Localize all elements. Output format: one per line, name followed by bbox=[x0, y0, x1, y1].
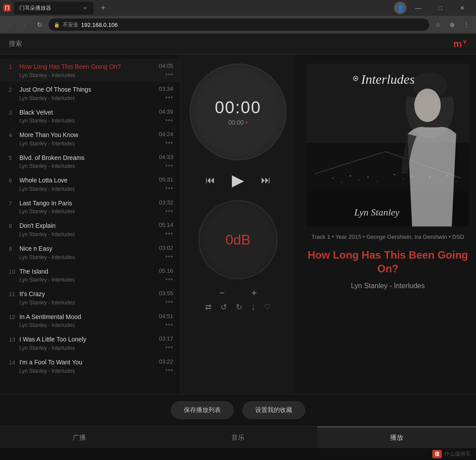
url-bar[interactable]: 🔒 不安全 192.168.0.106 bbox=[48, 19, 429, 31]
volume-controls: − + bbox=[219, 287, 257, 299]
track-duration: 04:39 bbox=[159, 108, 173, 115]
track-subtitle-text: Lyn Stanley - Interludes bbox=[19, 163, 155, 169]
bookmark-button[interactable]: ☆ bbox=[432, 19, 444, 31]
volume-up-button[interactable]: + bbox=[251, 287, 257, 299]
volume-down-button[interactable]: − bbox=[219, 287, 225, 299]
save-playlist-button[interactable]: 保存播放列表 bbox=[171, 401, 234, 419]
repeat-one-button[interactable]: ↺ bbox=[220, 302, 227, 312]
prev-button[interactable]: ⏮ bbox=[204, 173, 217, 188]
shuffle-button[interactable]: ⇄ bbox=[205, 302, 212, 312]
track-title-text: In A Sentimental Mood bbox=[19, 313, 155, 322]
track-duration: 03:22 bbox=[159, 358, 173, 365]
track-item[interactable]: 7 Last Tango In Paris Lyn Stanley - Inte… bbox=[0, 196, 180, 219]
app-container: 搜索 m∨ 1 How Long Has This Been Going On?… bbox=[0, 33, 476, 460]
tab-broadcast[interactable]: 广播 bbox=[0, 427, 159, 448]
track-item[interactable]: 14 I'm a Fool To Want You Lyn Stanley - … bbox=[0, 355, 180, 378]
track-item[interactable]: 2 Just One Of Those Things Lyn Stanley -… bbox=[0, 82, 180, 105]
footer-nav: 广播 音乐 播放 bbox=[0, 426, 476, 448]
track-number: 13 bbox=[9, 335, 19, 343]
track-right: 03:34 ••• bbox=[159, 85, 173, 101]
track-info: Nice n Easy Lyn Stanley - Interludes bbox=[19, 245, 155, 260]
close-button[interactable]: ✕ bbox=[452, 0, 472, 16]
browser-title-bar: 门 门耳朵播放器 ✕ + 👤 — □ ✕ bbox=[0, 0, 476, 16]
track-info: It's Crazy Lyn Stanley - Interludes bbox=[19, 290, 155, 306]
forward-button[interactable]: › bbox=[19, 19, 31, 31]
track-title-text: Blvd. of Broken Dreams bbox=[19, 154, 155, 163]
track-more-icon[interactable]: ••• bbox=[165, 71, 173, 78]
tab-music[interactable]: 音乐 bbox=[159, 427, 317, 448]
track-title-text: More Than You Know bbox=[19, 131, 155, 140]
menu-button[interactable]: ⋮ bbox=[460, 19, 472, 31]
track-duration: 03:02 bbox=[159, 245, 173, 251]
track-item[interactable]: 3 Black Velvet Lyn Stanley - Interludes … bbox=[0, 105, 180, 128]
track-subtitle-text: Lyn Stanley - Interludes bbox=[19, 141, 155, 147]
track-right: 05:31 ••• bbox=[159, 176, 173, 192]
svg-point-7 bbox=[359, 180, 360, 181]
next-button[interactable]: ⏭ bbox=[259, 173, 272, 188]
track-title-text: How Long Has This Been Going On? bbox=[19, 63, 155, 71]
track-subtitle-text: Lyn Stanley - Interludes bbox=[19, 322, 155, 328]
track-album-label: Lyn Stanley - Interludes bbox=[351, 282, 425, 290]
repeat-button[interactable]: ↻ bbox=[236, 302, 242, 312]
watermark-logo: 值 bbox=[432, 450, 442, 458]
maximize-button[interactable]: □ bbox=[430, 0, 450, 16]
track-title-text: I Was A Little Too Lonely bbox=[19, 335, 155, 344]
track-more-icon[interactable]: ••• bbox=[165, 298, 173, 305]
track-more-icon[interactable]: ••• bbox=[165, 367, 173, 374]
track-item[interactable]: 8 Don't Explain Lyn Stanley - Interludes… bbox=[0, 218, 180, 241]
browser-nav-bar: ‹ › ↻ 🔒 不安全 192.168.0.106 ☆ ⊕ ⋮ bbox=[0, 16, 476, 33]
track-more-icon[interactable]: ••• bbox=[165, 321, 173, 328]
track-right: 04:39 ••• bbox=[159, 108, 173, 124]
favorite-button[interactable]: ♡ bbox=[264, 302, 271, 312]
track-more-icon[interactable]: ••• bbox=[165, 253, 173, 260]
track-title-text: Last Tango In Paris bbox=[19, 199, 155, 208]
track-item[interactable]: 11 It's Crazy Lyn Stanley - Interludes 0… bbox=[0, 286, 180, 309]
track-right: 05:16 ••• bbox=[159, 267, 173, 283]
track-item[interactable]: 12 In A Sentimental Mood Lyn Stanley - I… bbox=[0, 309, 180, 332]
tab-playback[interactable]: 播放 bbox=[317, 427, 476, 448]
browser-tab[interactable]: 门耳朵播放器 ✕ bbox=[14, 2, 93, 15]
reload-button[interactable]: ↻ bbox=[33, 19, 46, 31]
minimize-button[interactable]: — bbox=[408, 0, 428, 16]
track-right: 04:51 ••• bbox=[159, 313, 173, 328]
track-title-text: Nice n Easy bbox=[19, 245, 155, 253]
track-number: 9 bbox=[9, 245, 19, 252]
play-button[interactable]: ▶ bbox=[230, 169, 246, 191]
track-item[interactable]: 5 Blvd. of Broken Dreams Lyn Stanley - I… bbox=[0, 150, 180, 173]
track-duration: 05:16 bbox=[159, 267, 173, 274]
svg-text:Interludes: Interludes bbox=[361, 72, 415, 86]
track-item[interactable]: 13 I Was A Little Too Lonely Lyn Stanley… bbox=[0, 332, 180, 355]
close-tab-button[interactable]: ✕ bbox=[82, 5, 88, 11]
track-more-icon[interactable]: ••• bbox=[165, 344, 173, 351]
track-title-text: Whole Lotta Love bbox=[19, 176, 155, 185]
track-subtitle-text: Lyn Stanley - Interludes bbox=[19, 72, 155, 78]
download-button[interactable]: ↓ bbox=[251, 303, 255, 312]
new-tab-button[interactable]: + bbox=[97, 2, 109, 14]
track-item[interactable]: 1 How Long Has This Been Going On? Lyn S… bbox=[0, 59, 180, 82]
player-panel: 00:00 00:00 ▾ ⏮ ▶ ⏭ 0dB − + ⇄ ↺ bbox=[181, 55, 295, 394]
svg-point-11 bbox=[403, 178, 404, 179]
track-item[interactable]: 10 The Island Lyn Stanley - Interludes 0… bbox=[0, 264, 180, 287]
track-more-icon[interactable]: ••• bbox=[165, 185, 173, 192]
track-more-icon[interactable]: ••• bbox=[165, 117, 173, 124]
track-info: Last Tango In Paris Lyn Stanley - Interl… bbox=[19, 199, 155, 215]
track-meta: Track 1 • Year 2015 • George Gershwin, I… bbox=[312, 233, 465, 242]
track-item[interactable]: 4 More Than You Know Lyn Stanley - Inter… bbox=[0, 127, 180, 150]
track-number: 12 bbox=[9, 313, 19, 320]
set-favorite-button[interactable]: 设置我的收藏 bbox=[242, 401, 305, 419]
track-more-icon[interactable]: ••• bbox=[165, 276, 173, 283]
track-more-icon[interactable]: ••• bbox=[165, 162, 173, 169]
track-number: 10 bbox=[9, 267, 19, 275]
back-button[interactable]: ‹ bbox=[4, 19, 16, 31]
app-topbar: 搜索 m∨ bbox=[0, 33, 476, 55]
track-more-icon[interactable]: ••• bbox=[165, 230, 173, 237]
track-more-icon[interactable]: ••• bbox=[165, 208, 173, 215]
extensions-button[interactable]: ⊕ bbox=[446, 19, 458, 31]
track-item[interactable]: 6 Whole Lotta Love Lyn Stanley - Interlu… bbox=[0, 173, 180, 196]
user-account-icon[interactable]: 👤 bbox=[394, 2, 406, 14]
track-more-icon[interactable]: ••• bbox=[165, 94, 173, 101]
track-more-icon[interactable]: ••• bbox=[165, 139, 173, 146]
track-subtitle-text: Lyn Stanley - Interludes bbox=[19, 186, 155, 192]
track-item[interactable]: 9 Nice n Easy Lyn Stanley - Interludes 0… bbox=[0, 241, 180, 264]
track-duration: 04:05 bbox=[159, 63, 173, 69]
